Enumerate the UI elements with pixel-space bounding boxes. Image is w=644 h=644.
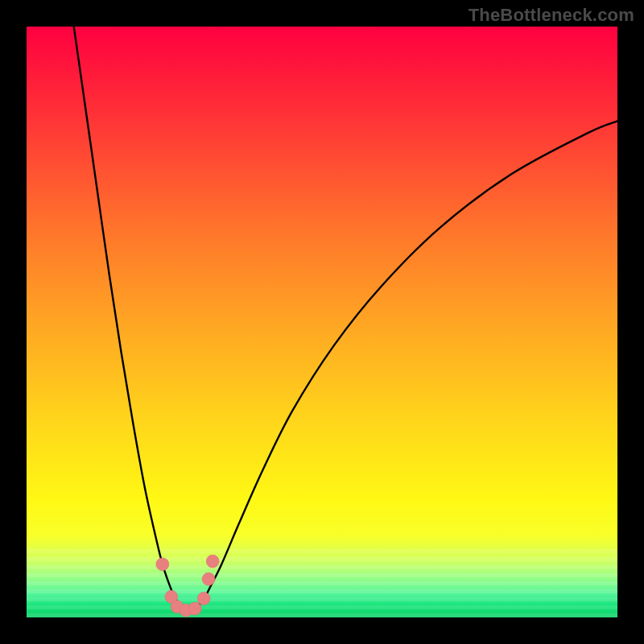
outer-frame: TheBottleneck.com: [0, 0, 644, 644]
bottleneck-curve: [27, 27, 617, 617]
curve-left-branch: [74, 27, 180, 605]
curve-right-branch: [198, 121, 617, 605]
data-marker: [206, 555, 219, 568]
data-marker: [156, 558, 169, 571]
data-marker: [188, 602, 201, 615]
data-marker: [197, 592, 210, 605]
data-marker: [202, 572, 215, 585]
watermark-text: TheBottleneck.com: [469, 5, 634, 26]
plot-area: [27, 27, 617, 617]
